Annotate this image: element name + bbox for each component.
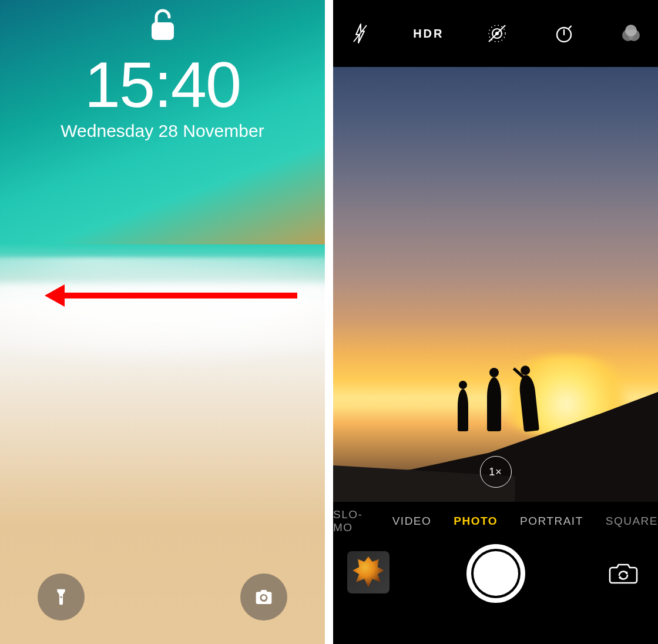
- camera-bottom-controls: [333, 541, 658, 644]
- live-photos-off-icon: [485, 22, 509, 45]
- live-photos-toggle[interactable]: [483, 19, 511, 48]
- camera-button[interactable]: [240, 573, 287, 620]
- switch-camera-icon: [607, 559, 639, 585]
- lockscreen-date: Wednesday 28 November: [0, 121, 325, 141]
- scene-silhouettes: [458, 361, 552, 431]
- svg-line-8: [569, 26, 571, 29]
- mode-photo[interactable]: PHOTO: [454, 515, 498, 528]
- zoom-button[interactable]: 1×: [480, 456, 512, 488]
- svg-point-11: [625, 25, 637, 36]
- mode-portrait[interactable]: PORTRAIT: [520, 515, 583, 528]
- switch-camera-button[interactable]: [607, 559, 639, 585]
- flashlight-icon: [52, 588, 70, 606]
- mode-video[interactable]: VIDEO: [392, 515, 432, 528]
- flash-toggle[interactable]: [346, 19, 374, 48]
- unlock-icon: [0, 8, 325, 45]
- filters-toggle[interactable]: [617, 19, 645, 48]
- camera-mode-strip[interactable]: SLO-MO VIDEO PHOTO PORTRAIT SQUARE: [333, 502, 658, 541]
- timer-icon: [554, 24, 574, 43]
- camera-viewfinder[interactable]: 1×: [333, 67, 658, 502]
- lockscreen-time: 15:40: [0, 51, 325, 119]
- last-photo-thumbnail[interactable]: [347, 551, 390, 593]
- svg-line-5: [489, 25, 505, 42]
- camera-top-toolbar: HDR: [333, 0, 658, 67]
- flash-off-icon: [351, 23, 369, 44]
- lockscreen-panel: 15:40 Wednesday 28 November: [0, 0, 325, 644]
- svg-rect-0: [152, 22, 174, 40]
- shutter-button[interactable]: [466, 544, 525, 603]
- hdr-toggle[interactable]: HDR: [413, 27, 444, 41]
- camera-icon: [254, 588, 273, 606]
- timer-toggle[interactable]: [550, 19, 578, 48]
- mode-square[interactable]: SQUARE: [606, 515, 658, 528]
- camera-app-panel: HDR: [333, 0, 658, 644]
- flashlight-button[interactable]: [38, 573, 85, 620]
- filters-icon: [620, 24, 642, 43]
- mode-slomo[interactable]: SLO-MO: [333, 508, 370, 534]
